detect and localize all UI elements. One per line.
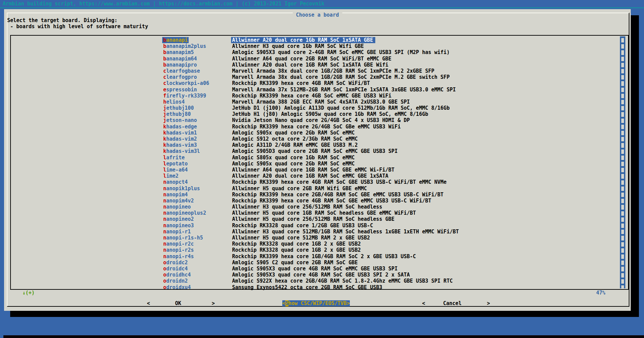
board-row[interactable]: espressobinMarvell Armada 37x 512MB-2GB … [11,87,627,93]
board-row[interactable]: jethubj80JetHub H1 (j80) Amlogic S905w q… [11,111,627,117]
board-row[interactable]: khadas-edgeRockchip RK3399 hexa core 2G/… [11,124,627,130]
board-row[interactable]: odroidn2Amlogic S922X hexa core 2GB/4GB … [11,278,627,284]
board-row[interactable]: lepotatoAmlogic S905x quad core 2Gb RAM … [11,161,627,167]
board-tag: nanopi-r2s [162,247,195,253]
board-description: Amlogic S905x quad core 2Gb RAM SoC eMMC [231,161,357,167]
board-tag: helios4 [162,99,186,105]
board-row[interactable]: khadas-vim3lAmlogic S905D3 quad core 2GB… [11,148,627,154]
board-row[interactable]: lime-a64Allwinner A64 quad core 1GB RAM … [11,167,627,173]
board-description: JetHub D1 (j100) Amlogic A113D quad core… [231,105,452,111]
board-tag: nanopineo3 [162,223,195,229]
board-tag: espressobin [162,87,198,93]
ok-button[interactable]: < OK > [147,300,215,306]
board-description: Rockchip RK3328 quad core 1/2GB GBE USB3… [231,223,375,229]
board-row[interactable]: odroidc2Amlogic S905 C2 quad core 2GB RA… [11,260,627,266]
board-row[interactable]: nanopik1plusAllwinner H5 quad core 2GB R… [11,185,627,192]
board-description: Rockchip RK3399 hexa core 2GB/4GB RAM So… [231,192,446,198]
board-tag: nanopineo [162,204,192,210]
board-tag: khadas-vim3l [162,148,201,154]
board-row[interactable]: nanopi-r2cRockchip RK3328 quad core 1GB … [11,241,627,247]
board-tag: nanopi-r1 [162,229,192,235]
board-tag: nanopct4 [162,179,189,185]
board-description: Marvell Armada 388 2GB ECC RAM SoC 4xSAT… [231,99,412,105]
board-description: Allwinner H5 quad core 2GB RAM Wifi GBE … [231,185,369,192]
board-tag: clearfogbase [162,68,201,74]
board-row[interactable]: khadas-vim3Amlogic A311D 2/4GB RAM eMMC … [11,142,627,148]
board-description: Allwinner A64 quad core 2GB RAM SoC WiFi… [231,56,394,62]
board-tag: jetson-nano [162,117,198,123]
board-row[interactable]: odroidc4Amlogic S905X3 quad core 4GB RAM… [11,266,627,272]
board-description: Rockchip RK3399 hexa core 4GB SoC eMMC G… [231,93,394,99]
board-tag: firefly-rk3399 [162,93,207,99]
board-description: Marvell Armada 38x dual core 1GB/2GB RAM… [231,74,452,80]
board-description: Rockchip RK3328 quad core 1GB 2 x GBE US… [231,247,363,253]
board-row[interactable]: jethubj100JetHub D1 (j100) Amlogic A113D… [11,105,627,111]
board-row[interactable]: nanopi-r1s-h5Allwinner H5 quad core 512M… [11,235,627,241]
board-rows: bananapiAllwinner A20 dual core 1Gb RAM … [11,37,627,290]
board-tag: nanopineo2 [162,216,195,222]
board-row[interactable]: helios4Marvell Armada 388 2GB ECC RAM So… [11,99,627,105]
cancel-left-angle: < [422,300,425,306]
board-row[interactable]: nanopim4Rockchip RK3399 hexa core 2GB/4G… [11,192,627,198]
board-description: Allwinner A20 dual core 1Gb RAM SoC 1xSA… [231,37,375,43]
ok-right-angle: > [212,300,215,306]
board-tag: odroidc4 [162,266,189,272]
board-row[interactable]: lafriteAmlogic S805x quad core 1Gb RAM S… [11,155,627,161]
board-description: Amlogic S905D3 quad core 2GB RAM SoC eMM… [231,148,400,154]
board-tag: odroidn2 [162,278,189,284]
board-description: Amlogic S805x quad core 1Gb RAM SoC eMMC [231,155,357,161]
board-tag: odroidc2 [162,260,189,266]
board-description: Rockchip RK3399 hexa core 2G/4GB SoC GBe… [231,124,403,130]
board-row[interactable]: bananapim5Amlogic S905X3 quad core 2-4GB… [11,49,627,55]
board-row[interactable]: nanopi-r1Allwinner H3 quad core 512MB/1G… [11,229,627,235]
board-tag: bananapim64 [162,56,198,62]
board-description: Marvell Armada 37x 512MB-2GB RAM SoC 1xm… [231,87,458,93]
board-tag: nanopi-r2c [162,241,195,247]
board-row[interactable]: jetson-nanoNvidia Jetson Nano quad core … [11,117,627,123]
board-description: Allwinner A20 dual core 1GB RAM SoC eMMC… [231,173,391,179]
board-tag: lafrite [162,155,186,161]
board-row[interactable]: bananapiproAllwinner A20 dual core 1GB R… [11,62,627,68]
board-description: Rockchip RK3399 hexa core 4GB RAM SoC GB… [231,179,449,185]
board-row[interactable]: odroidhc4Amlogic S905X3 quad core 4GB RA… [11,272,627,278]
board-row[interactable]: nanopineo3Rockchip RK3328 quad core 1/2G… [11,223,627,229]
board-row[interactable]: bananapim2plusAllwinner H3 quad core 1Gb… [11,43,627,49]
board-row[interactable]: nanopi-r2sRockchip RK3328 quad core 1GB … [11,247,627,253]
terminal-screen: Armbian building script, https://www.arm… [0,0,644,338]
board-tag: jethubj100 [162,105,195,111]
board-row[interactable]: khadas-vim1Amlogic S905x quad core 2Gb R… [11,130,627,136]
board-tag: nanopim4v2 [162,198,195,204]
board-description: Amlogic S905X3 quad core 4GB RAM SoC GBE… [231,272,412,278]
board-row[interactable]: nanopct4Rockchip RK3399 hexa core 4GB RA… [11,179,627,185]
board-tag: lepotato [162,161,189,167]
board-row[interactable]: nanopineoplus2Allwinner H5 quad core 1GB… [11,210,627,216]
cancel-button[interactable]: < Cancel > [422,300,490,306]
board-description: Amlogic S912 octa core 2/3Gb RAM SoC eMM… [231,136,360,142]
show-button-suffix: how CSC/WIP/EOS/TVB> [288,300,350,306]
board-row[interactable]: nanopineoAllwinner H3 quad core 256/512M… [11,204,627,210]
scroll-percentage: 47% [596,290,605,296]
board-row[interactable]: nanopineo2Allwinner H5 quad core 256/512… [11,216,627,222]
board-row[interactable]: nanopi-r4sRockchip RK3399 hexa core 1GB/… [11,253,627,260]
instruction-line-2: - boards with high level of software mat… [7,23,148,30]
show-csc-wip-eos-tvb-button[interactable]: <Show CSC/WIP/EOS/TVB> [282,300,350,306]
board-row[interactable]: firefly-rk3399Rockchip RK3399 hexa core … [11,93,627,99]
board-row[interactable]: clearfogproMarvell Armada 38x dual core … [11,74,627,80]
board-row[interactable]: clearfogbaseMarvell Armada 38x dual core… [11,68,627,74]
board-tag: bananapi [162,37,189,43]
board-row[interactable]: nanopim4v2Rockchip RK3399 hexa core 4GB … [11,198,627,204]
board-description: Sansung Exynos5422 octa core 2GB RAM SoC… [231,284,385,290]
board-row[interactable]: clockworkpi-a06Rockchip RK3399 hexa core… [11,80,627,86]
board-description: Amlogic S905X3 quad core 4GB RAM SoC eMM… [231,266,400,272]
board-tag: khadas-edge [162,124,198,130]
board-description: Allwinner A64 quad core 1GB RAM SoC GBE … [231,167,397,173]
ok-left-angle: < [147,300,150,306]
board-row[interactable]: odroidxu4Sansung Exynos5422 octa core 2G… [11,284,627,290]
board-row[interactable]: bananapim64Allwinner A64 quad core 2GB R… [11,56,627,62]
scrollbar[interactable] [620,36,625,288]
board-row[interactable]: bananapiAllwinner A20 dual core 1Gb RAM … [11,37,627,43]
board-description: Rockchip RK3399 hexa core 4GB RAM SoC GB… [231,198,434,204]
board-row[interactable]: lime2Allwinner A20 dual core 1GB RAM SoC… [11,173,627,179]
board-description: Marvell Armada 38x dual core 1GB/2GB RAM… [231,68,437,74]
board-row[interactable]: khadas-vim2Amlogic S912 octa core 2/3Gb … [11,136,627,142]
